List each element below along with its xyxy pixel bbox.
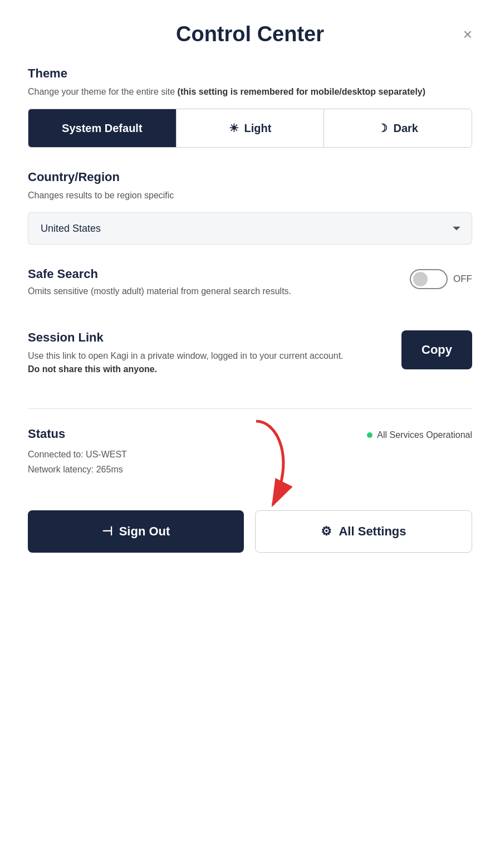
status-section: Status Connected to: US-WEST Network lat… (28, 427, 472, 477)
sign-out-button[interactable]: ⊣ Sign Out (28, 510, 244, 553)
session-link-desc-bold: Do not share this with anyone. (28, 364, 157, 374)
theme-light-label: Light (244, 122, 272, 135)
session-link-desc-plain: Use this link to open Kagi in a private … (28, 351, 344, 360)
session-link-left: Session Link Use this link to open Kagi … (28, 330, 401, 386)
safe-search-desc: Omits sensitive (mostly adult) material … (28, 285, 291, 298)
theme-section: Theme Change your theme for the entire s… (28, 66, 472, 148)
theme-desc: Change your theme for the entire site (t… (28, 85, 472, 99)
page-title: Control Center (176, 22, 324, 46)
theme-title: Theme (28, 66, 472, 81)
control-center-panel: Control Center × Theme Change your theme… (0, 0, 500, 868)
toggle-off-label: OFF (453, 274, 472, 285)
safe-search-left: Safe Search Omits sensitive (mostly adul… (28, 267, 291, 308)
theme-light-button[interactable]: ☀ Light (177, 109, 325, 147)
country-title: Country/Region (28, 170, 472, 184)
session-link-section: Session Link Use this link to open Kagi … (28, 330, 472, 386)
safe-search-title: Safe Search (28, 267, 291, 281)
gear-icon: ⚙ (321, 524, 332, 539)
status-right: All Services Operational (367, 430, 472, 440)
theme-dark-label: Dark (393, 122, 418, 135)
green-dot-icon (367, 432, 372, 438)
session-link-desc: Use this link to open Kagi in a private … (28, 349, 385, 376)
theme-desc-bold: (this setting is remembered for mobile/d… (178, 87, 425, 96)
safe-search-toggle-area: OFF (410, 269, 472, 289)
theme-dark-button[interactable]: ☽ Dark (324, 109, 472, 147)
country-section: Country/Region Changes results to be reg… (28, 170, 472, 245)
status-left: Status Connected to: US-WEST Network lat… (28, 427, 127, 477)
sign-out-label: Sign Out (119, 524, 170, 539)
toggle-knob (413, 272, 428, 286)
country-select[interactable]: United States United Kingdom Canada Aust… (28, 212, 472, 245)
theme-system-button[interactable]: System Default (28, 109, 177, 147)
moon-icon: ☽ (378, 121, 388, 135)
bottom-buttons: ⊣ Sign Out ⚙ All Settings (28, 510, 472, 553)
status-title: Status (28, 427, 127, 441)
section-divider (28, 408, 472, 409)
all-settings-label: All Settings (339, 524, 406, 539)
services-label: All Services Operational (377, 430, 472, 440)
copy-button[interactable]: Copy (401, 330, 472, 369)
sun-icon: ☀ (229, 121, 239, 135)
theme-desc-plain: Change your theme for the entire site (28, 87, 178, 96)
status-latency: Network latency: 265ms (28, 462, 127, 477)
all-settings-button[interactable]: ⚙ All Settings (255, 510, 472, 553)
safe-search-section: Safe Search Omits sensitive (mostly adul… (28, 267, 472, 308)
header: Control Center × (28, 22, 472, 46)
session-link-title: Session Link (28, 330, 385, 345)
sign-out-icon: ⊣ (102, 524, 112, 539)
country-desc: Changes results to be region specific (28, 189, 472, 202)
status-connected: Connected to: US-WEST (28, 447, 127, 462)
close-button[interactable]: × (463, 27, 472, 42)
theme-toggle-group: System Default ☀ Light ☽ Dark (28, 109, 472, 148)
safe-search-toggle[interactable] (410, 269, 448, 289)
